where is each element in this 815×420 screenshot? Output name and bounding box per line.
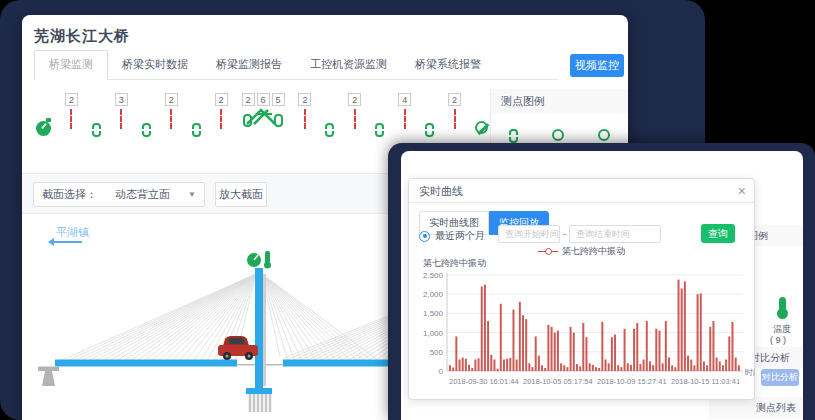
main-tab-4[interactable]: 桥梁系统报警 [401, 51, 495, 79]
link-icon[interactable] [192, 123, 201, 137]
dialog-title: 实时曲线 [409, 179, 754, 203]
dashed-line [220, 109, 222, 129]
video-monitor-button[interactable]: 视频监控 [570, 54, 624, 77]
legend-panel: 测点图例 [490, 89, 628, 149]
sensor-count-station[interactable]: 3 [115, 93, 128, 129]
link-icon[interactable] [375, 123, 384, 137]
sensor-count-station[interactable]: 2 [348, 93, 361, 129]
svg-text:500: 500 [430, 348, 444, 357]
bearing-truss-icon [242, 106, 284, 128]
main-tabs: 桥梁监测桥梁实时数据桥梁监测报告工控机资源监测桥梁系统报警 [34, 55, 558, 80]
legend-series-label: 第七跨跨中振动 [562, 245, 625, 258]
vibration-chart: 2,5002,0001,5001,00050002018-09-30 16:01… [413, 267, 755, 397]
main-tab-0[interactable]: 桥梁监测 [34, 50, 108, 80]
dialog-header: 实时曲线 × [409, 179, 754, 203]
caret-down-icon: ▼ [188, 190, 204, 199]
dashed-line [120, 109, 122, 129]
start-time-input[interactable] [498, 225, 560, 243]
svg-text:1,500: 1,500 [423, 309, 444, 318]
tower-piles [250, 394, 270, 412]
link-icon[interactable] [92, 123, 101, 137]
dashed-line [170, 109, 172, 129]
thermometer-icon[interactable] [779, 297, 786, 312]
end-time-input[interactable] [569, 225, 661, 243]
page-title: 芜湖长江大桥 [34, 27, 130, 46]
link-icon[interactable] [425, 123, 434, 137]
bridge-diagram [22, 228, 412, 420]
close-icon[interactable]: × [738, 182, 746, 200]
count-badge: 2 [65, 93, 78, 106]
count-badge: 2 [165, 93, 178, 106]
count-badge: 2 [215, 93, 228, 106]
legend-line-marker-icon [538, 251, 558, 252]
link-icon[interactable] [325, 123, 334, 137]
count-badge: 4 [398, 93, 411, 106]
sensor-group-station[interactable]: 265 [242, 93, 285, 128]
legend-panel-title: 测点图例 [491, 89, 628, 113]
sensor-count-station[interactable]: 2 [165, 93, 178, 129]
count-badge: 5 [272, 93, 285, 106]
date-separator: - [563, 228, 566, 239]
screen: 芜湖长江大桥 桥梁监测桥梁实时数据桥梁监测报告工控机资源监测桥梁系统报警 视频监… [0, 0, 815, 420]
svg-text:2018-10-09 15:27:41: 2018-10-09 15:27:41 [597, 377, 667, 386]
count-badge: 2 [298, 93, 311, 106]
svg-text:时间: 时间 [745, 368, 755, 377]
sensor-strip: 23222652242 [36, 93, 488, 149]
svg-text:2018-10-15 11:03:41: 2018-10-15 11:03:41 [671, 377, 740, 386]
bridge-tower [255, 268, 263, 388]
main-tab-2[interactable]: 桥梁监测报告 [202, 51, 296, 79]
sensor-count-station[interactable]: 4 [398, 93, 411, 129]
no-entry-icon[interactable] [475, 121, 488, 134]
legend-panel-icons [491, 113, 628, 143]
no-entry-icon [598, 129, 610, 141]
link-icon [509, 129, 518, 143]
sensor-count-station[interactable]: 2 [298, 93, 311, 129]
compare-analysis-button[interactable]: 对比分析 [761, 369, 799, 386]
gauge-icon[interactable] [36, 121, 51, 136]
link-icon[interactable] [142, 123, 151, 137]
secondary-window: 测点图例 温度 ( 9 ) 对比分析 对比分析 测点列表 实时曲线 × 实时曲线… [401, 151, 803, 420]
svg-text:2018-09-30 16:01:44: 2018-09-30 16:01:44 [449, 377, 519, 386]
realtime-curve-dialog: 实时曲线 × 实时曲线图 监控回放 最近两个月 - 查询 第七跨跨中振动 第七跨… [408, 178, 755, 400]
bridge-deck [55, 360, 395, 367]
sensor-count-station[interactable]: 2 [65, 93, 78, 129]
section-select-value: 动态背立面 [97, 187, 188, 202]
left-pier [38, 367, 59, 387]
dashed-line [354, 109, 356, 129]
svg-text:0: 0 [439, 367, 444, 376]
svg-text:2,500: 2,500 [423, 271, 444, 280]
count-badge: 3 [115, 93, 128, 106]
main-tab-1[interactable]: 桥梁实时数据 [108, 51, 202, 79]
svg-text:2,000: 2,000 [423, 290, 444, 299]
zoom-section-button[interactable]: 放大截面 [215, 182, 267, 207]
svg-text:2018-10-05 05:17:54: 2018-10-05 05:17:54 [523, 377, 593, 386]
count-badge: 6 [257, 93, 270, 106]
range-radio-row: 最近两个月 [419, 229, 485, 243]
section-select-label: 截面选择： [34, 187, 97, 202]
section-select-dropdown[interactable]: 截面选择： 动态背立面 ▼ [33, 182, 205, 207]
count-badge: 2 [448, 93, 461, 106]
gauge-icon [552, 129, 564, 141]
count-badge: 2 [242, 93, 255, 106]
count-badge: 2 [348, 93, 361, 106]
sensor-count-station[interactable]: 2 [448, 93, 461, 129]
sidebar-list-header: 测点列表 [709, 397, 803, 418]
dashed-line [304, 109, 306, 129]
radio-selected-icon[interactable] [419, 231, 430, 242]
svg-text:1,000: 1,000 [423, 329, 444, 338]
radio-label: 最近两个月 [435, 229, 485, 243]
temperature-count: ( 9 ) [770, 335, 786, 345]
search-button[interactable]: 查询 [701, 224, 735, 243]
dashed-line [404, 109, 406, 129]
dashed-line [70, 109, 72, 129]
main-tab-3[interactable]: 工控机资源监测 [296, 51, 401, 79]
dashed-line [454, 109, 456, 129]
tower-top-sensor-icons [247, 251, 271, 269]
sensor-count-station[interactable]: 2 [215, 93, 228, 129]
